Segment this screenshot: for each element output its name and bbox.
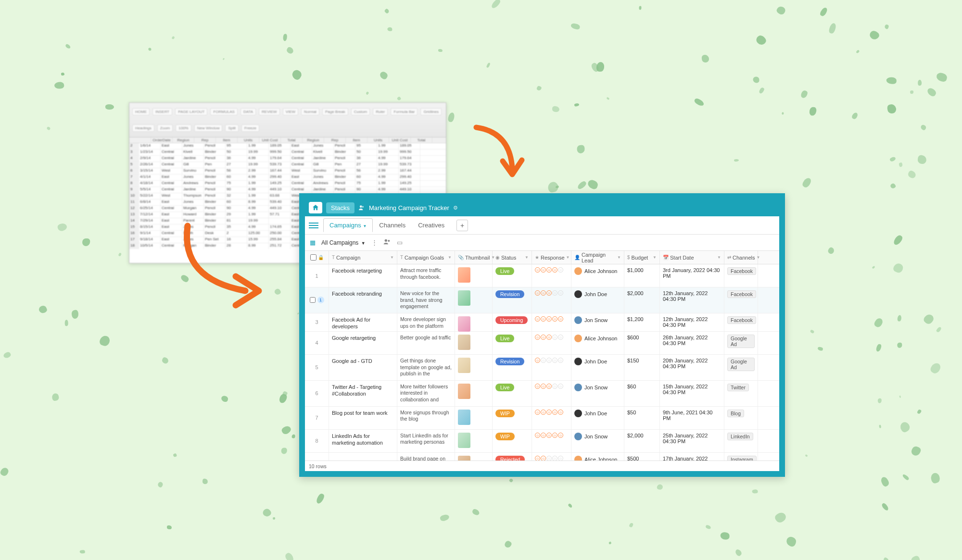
col-checkbox[interactable]: 🔒 [305,251,329,264]
add-tab-button[interactable]: + [456,220,468,231]
table-row[interactable]: 5Google ad - GTDGet things done template… [305,355,779,381]
grid-header: 🔒 TCampaign▼ TCampaign Goals▼ 📎Thumbnail… [305,251,779,264]
tabbar: Campaigns ▼ChannelsCreatives + [305,216,779,235]
topbar: Stacks Marketing Campaign Tracker ⚙ [305,199,779,216]
col-campaign[interactable]: TCampaign▼ [329,251,397,264]
gear-icon[interactable]: ⚙ [453,205,458,211]
grid-body: 1Facebook retargetingAttract more traffi… [305,264,779,460]
table-row[interactable]: 3Facebook Ad for developersMore develope… [305,313,779,332]
col-lead[interactable]: 👤Campaign Lead▼ [571,251,624,264]
tab-creatives[interactable]: Creatives [412,218,451,232]
svg-point-0 [360,205,362,208]
table-row[interactable]: 4Google retargetingBetter google ad traf… [305,332,779,355]
col-status[interactable]: ◉Status▼ [493,251,532,264]
col-thumbnail[interactable]: 📎Thumbnail▼ [455,251,493,264]
card-icon[interactable]: ▭ [397,239,403,246]
table-row[interactable]: 6Twitter Ad - Targeting #CollaborationMo… [305,381,779,407]
more-icon[interactable]: ⋮ [371,239,378,246]
stacks-button[interactable]: Stacks [326,202,354,213]
hamburger-icon[interactable] [309,221,318,230]
page-title: Marketing Campaign Tracker [369,204,449,212]
arrow-icon [467,123,529,190]
svg-point-1 [362,206,364,208]
workspace-icon [358,204,365,211]
table-row[interactable]: Build brand page on Instagram and DMReje… [305,453,779,460]
row-count: 10 rows [309,463,327,469]
svg-point-3 [388,240,390,242]
col-budget[interactable]: $Budget▼ [624,251,660,264]
footer: 10 rows [305,460,779,471]
tab-channels[interactable]: Channels [373,218,412,232]
col-channels[interactable]: ⇄Channels▼ [724,251,758,264]
svg-point-2 [384,239,387,242]
collaborators-icon[interactable] [383,239,391,246]
table-row[interactable]: 8LinkedIn Ads for marketing automationSt… [305,430,779,453]
grid-icon: ▦ [310,239,316,246]
arrow-icon [178,221,279,322]
col-response[interactable]: ★Response▼ [532,251,571,264]
col-start[interactable]: 📅Start Date▼ [660,251,724,264]
table-row[interactable]: 1Facebook retargetingAttract more traffi… [305,264,779,287]
tab-campaigns[interactable]: Campaigns ▼ [323,218,373,232]
home-icon [312,204,319,212]
table-row[interactable]: 7Blog post for team workMore signups thr… [305,407,779,430]
excel-ribbon: HOMEINSERTPAGE LAYOUTFORMULASDATAREVIEWV… [129,103,446,137]
stackby-window: Stacks Marketing Campaign Tracker ⚙ Camp… [299,193,785,477]
view-selector[interactable]: All Campaigns ▼ [321,239,366,246]
table-row[interactable]: 1Facebook rebrandingNew voice for the br… [305,287,779,313]
col-goals[interactable]: TCampaign Goals▼ [397,251,455,264]
home-button[interactable] [309,202,322,213]
viewbar: ▦ All Campaigns ▼ ⋮ ▭ [305,235,779,251]
excel-column-headers: OrderDateRegionRepItemUnitsUnit CostTota… [129,137,446,143]
